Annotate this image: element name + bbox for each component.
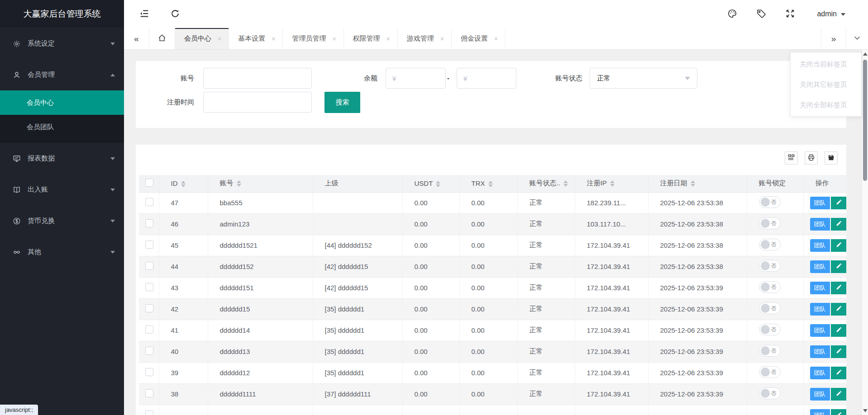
scrollbar-thumb[interactable] [863, 60, 867, 181]
team-button[interactable]: 团队 [810, 367, 830, 379]
close-icon[interactable]: × [218, 35, 221, 42]
edit-button[interactable] [831, 197, 847, 209]
sidebar-item-report-data[interactable]: 报表数据 [0, 143, 124, 174]
column-header-account[interactable]: 账号 [208, 175, 313, 192]
team-button[interactable]: 团队 [810, 260, 830, 273]
edit-button[interactable] [831, 260, 847, 273]
team-button[interactable]: 团队 [810, 324, 830, 337]
sidebar-item-system-settings[interactable]: 系统设定 [0, 28, 124, 59]
sort-icon[interactable] [691, 180, 695, 187]
balance-min-input[interactable] [386, 68, 446, 89]
tab-commission-settings[interactable]: 佣金设置× [452, 28, 506, 49]
sort-icon[interactable] [436, 181, 440, 187]
sidebar-item-member-management[interactable]: 会员管理 [0, 59, 124, 90]
refresh-button[interactable] [170, 9, 180, 20]
row-checkbox[interactable] [145, 198, 153, 206]
lock-toggle[interactable]: 否 [759, 324, 781, 335]
tabs-scroll-left-button[interactable]: « [124, 28, 149, 49]
column-header-trx[interactable]: TRX [459, 175, 517, 192]
lock-toggle[interactable]: 否 [759, 281, 781, 293]
edit-button[interactable] [831, 388, 847, 401]
lock-toggle[interactable]: 否 [759, 239, 781, 250]
team-button[interactable]: 团队 [810, 282, 830, 294]
row-checkbox[interactable] [145, 368, 153, 376]
fullscreen-button[interactable] [785, 9, 795, 20]
close-icon[interactable]: × [386, 35, 390, 42]
close-icon[interactable]: × [332, 35, 336, 42]
tabs-scroll-right-button[interactable]: » [821, 28, 846, 49]
edit-button[interactable] [831, 239, 847, 252]
home-tab[interactable] [149, 28, 175, 49]
lock-toggle[interactable]: 否 [759, 345, 781, 357]
sidebar-item-other[interactable]: 其他 [0, 236, 124, 268]
row-checkbox[interactable] [145, 304, 153, 312]
lock-toggle[interactable]: 否 [759, 260, 781, 272]
scroll-up-arrow-icon[interactable] [863, 52, 868, 56]
row-checkbox[interactable] [145, 389, 153, 397]
sidebar-item-currency-exchange[interactable]: 货币兑换 [0, 205, 124, 236]
sidebar-item-in-out-account[interactable]: 出入账 [0, 174, 124, 205]
lock-toggle[interactable]: 否 [759, 302, 781, 314]
user-menu[interactable]: admin [817, 10, 845, 18]
team-button[interactable]: 团队 [810, 218, 830, 231]
column-header-ip[interactable]: 注册IP [575, 175, 648, 192]
export-button[interactable] [825, 151, 838, 165]
tab-admin-management[interactable]: 管理员管理× [283, 28, 343, 49]
regtime-input[interactable] [203, 92, 312, 113]
sort-icon[interactable] [563, 180, 568, 187]
row-checkbox[interactable] [145, 283, 153, 291]
edit-button[interactable] [831, 367, 847, 379]
edit-button[interactable] [831, 282, 847, 294]
lock-toggle[interactable]: 否 [759, 196, 781, 208]
sidebar-subitem-member-center[interactable]: 会员中心 [0, 90, 124, 115]
column-header-status[interactable]: 账号状态.. [517, 175, 575, 192]
row-checkbox[interactable] [145, 410, 153, 415]
column-header-date[interactable]: 注册日期 [648, 175, 747, 192]
team-button[interactable]: 团队 [810, 345, 830, 358]
tab-menu-item-1[interactable]: 关闭其它标签页 [791, 74, 861, 94]
close-icon[interactable]: × [440, 35, 444, 42]
row-checkbox[interactable] [145, 325, 153, 334]
team-button[interactable]: 团队 [810, 197, 830, 209]
close-icon[interactable]: × [272, 35, 275, 42]
balance-max-input[interactable] [457, 68, 516, 89]
tab-member-center[interactable]: 会员中心× [175, 28, 229, 49]
team-button[interactable]: 团队 [810, 388, 830, 401]
print-button[interactable] [805, 151, 818, 165]
team-button[interactable]: 团队 [810, 303, 830, 316]
vertical-scrollbar[interactable] [862, 50, 868, 415]
lock-toggle[interactable]: 否 [759, 217, 781, 229]
edit-button[interactable] [831, 303, 847, 316]
edit-button[interactable] [831, 409, 847, 415]
sort-icon[interactable] [488, 181, 493, 187]
column-header-usdt[interactable]: USDT [402, 175, 459, 192]
tab-permission-management[interactable]: 权限管理× [344, 28, 398, 49]
row-checkbox[interactable] [145, 262, 153, 270]
collapse-sidebar-button[interactable] [139, 9, 149, 20]
tag-button[interactable] [756, 9, 766, 20]
account-status-select[interactable]: 正常 [590, 68, 697, 89]
tab-game-management[interactable]: 游戏管理× [398, 28, 452, 49]
edit-button[interactable] [831, 324, 847, 337]
edit-button[interactable] [831, 345, 847, 358]
columns-toggle-button[interactable] [785, 151, 798, 165]
account-input[interactable] [203, 68, 312, 89]
sort-icon[interactable] [181, 181, 186, 187]
sort-icon[interactable] [237, 180, 241, 187]
tab-menu-item-2[interactable]: 关闭全部标签页 [791, 94, 861, 115]
tab-basic-settings[interactable]: 基本设置× [229, 28, 283, 49]
lock-toggle[interactable]: 否 [759, 366, 781, 378]
search-button[interactable]: 搜索 [324, 92, 360, 113]
row-checkbox[interactable] [145, 241, 153, 249]
sidebar-subitem-member-team[interactable]: 会员团队 [0, 115, 124, 139]
scroll-down-arrow-icon[interactable] [863, 409, 868, 412]
edit-button[interactable] [831, 218, 847, 231]
team-button[interactable]: 团队 [810, 239, 830, 252]
theme-button[interactable] [727, 9, 737, 20]
column-header-id[interactable]: ID [159, 175, 208, 192]
sort-icon[interactable] [610, 180, 615, 187]
row-checkbox[interactable] [145, 219, 153, 227]
lock-toggle[interactable]: 否 [759, 387, 781, 399]
team-button[interactable]: 团队 [810, 409, 830, 415]
close-icon[interactable]: × [494, 35, 498, 42]
